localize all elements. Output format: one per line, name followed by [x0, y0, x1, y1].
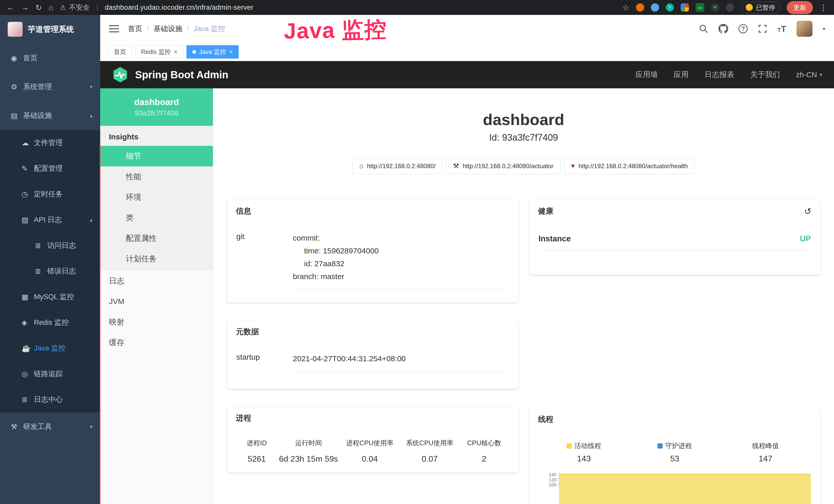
close-icon[interactable]: ×	[229, 48, 233, 55]
instance-title: dashboard	[213, 110, 834, 129]
sba-item-environment[interactable]: 环境	[100, 187, 213, 207]
info-key: git	[236, 232, 293, 289]
extension-on-icon[interactable]: on	[696, 3, 704, 12]
annotation-text: Java 监控	[284, 15, 387, 46]
threads-card-title: 线程	[538, 414, 553, 425]
browser-menu-icon[interactable]: ⋮	[820, 3, 827, 12]
sba-item-logs[interactable]: 日志	[100, 271, 213, 291]
infra-submenu: ☁ 文件管理 ✎ 配置管理 ◷ 定时任务 ▧ API 日志 ▴ ≣	[0, 130, 100, 412]
spring-boot-admin: Spring Boot Admin 应用墙 应用 日志报表 关于我们 zh-CN…	[100, 61, 834, 504]
fullscreen-icon[interactable]	[758, 24, 767, 33]
breadcrumb-infra[interactable]: 基础设施	[154, 24, 182, 33]
health-instance-row[interactable]: Instance UP	[539, 234, 811, 250]
user-avatar[interactable]	[796, 21, 812, 37]
breadcrumb-home[interactable]: 首页	[128, 24, 142, 33]
sidebar-item-file[interactable]: ☁ 文件管理	[0, 130, 100, 156]
chrome-update-button[interactable]: 更新	[787, 1, 813, 14]
sba-sidebar: dashboard 93a3fc7f7409 Insights 细节 性能 环境…	[100, 88, 213, 504]
infra-icon: ▤	[11, 111, 23, 120]
sba-item-details[interactable]: 细节	[100, 146, 213, 166]
metadata-card-title: 元数据	[236, 327, 259, 337]
doc-icon: ≣	[35, 267, 47, 275]
sidebar-item-api-log[interactable]: ▧ API 日志 ▴	[0, 207, 100, 233]
sidebar-item-system[interactable]: ⚙ 系统管理 ▾	[0, 72, 100, 101]
history-icon[interactable]: ↺	[804, 206, 812, 216]
forward-icon[interactable]: →	[21, 3, 29, 12]
metadata-card: 元数据 startup 2021-04-27T00:44:31.254+08:0…	[227, 320, 518, 389]
sidebar-item-error-log[interactable]: ≣ 错误日志	[0, 258, 100, 284]
sidebar-item-log-center[interactable]: ≣ 日志中心	[0, 387, 100, 412]
extension-crab-icon[interactable]	[636, 3, 644, 12]
extension-puzzle-icon[interactable]	[726, 3, 734, 12]
health-url-link[interactable]: ♥ http://192.168.0.2:48080/actuator/heal…	[564, 158, 695, 174]
spring-boot-admin-logo	[112, 67, 128, 83]
search-icon[interactable]	[699, 24, 708, 33]
paused-label: 已暂停	[756, 3, 775, 12]
avatar-caret-icon[interactable]: ▾	[823, 26, 825, 32]
tab-redis-monitor[interactable]: Redis 监控 ×	[135, 45, 183, 59]
sba-item-jvm[interactable]: JVM	[100, 291, 213, 312]
topbar: 首页 / 基础设施 / Java 监控 ? TT	[100, 15, 834, 43]
sidebar-menu: ◉ 首页 ⚙ 系统管理 ▾ ▤ 基础设施 ▴ ☁ 文件管理 ✎ 配置管	[0, 44, 100, 441]
sba-item-config-props[interactable]: 配置属性	[100, 228, 213, 249]
sidebar-item-devtools[interactable]: ⚒ 研发工具 ▾	[0, 412, 100, 441]
sidebar-logo[interactable]: 芋道管理系统	[0, 15, 100, 44]
paused-badge[interactable]: 已暂停	[741, 2, 780, 13]
close-icon[interactable]: ×	[174, 48, 177, 55]
nav-wallboard[interactable]: 应用墙	[635, 70, 658, 80]
extension-drop-icon[interactable]	[651, 3, 659, 12]
sidebar-item-tracing[interactable]: ◎ 链路追踪	[0, 361, 100, 387]
bookmark-star-icon[interactable]: ☆	[622, 3, 629, 12]
sidebar-item-redis[interactable]: ◈ Redis 监控	[0, 310, 100, 335]
metadata-key: startup	[236, 352, 293, 371]
font-size-icon[interactable]: TT	[777, 24, 786, 34]
tab-java-monitor[interactable]: Java 监控 ×	[186, 45, 239, 59]
sba-item-scheduled-tasks[interactable]: 计划任务	[100, 249, 213, 269]
nav-applications[interactable]: 应用	[674, 70, 688, 80]
process-id: 5261	[236, 454, 277, 464]
nav-about[interactable]: 关于我们	[750, 70, 780, 80]
sba-item-classes[interactable]: 类	[100, 207, 213, 228]
sba-content: dashboard Id: 93a3fc7f7409 ⌂ http://192.…	[213, 88, 834, 504]
home-icon[interactable]: ⌂	[48, 3, 53, 12]
github-icon[interactable]	[719, 24, 728, 33]
sidebar-item-home[interactable]: ◉ 首页	[0, 44, 100, 72]
service-url-link[interactable]: ⌂ http://192.168.0.2:48080/	[352, 158, 443, 174]
address-url[interactable]: dashboard.yudao.iocoder.cn/infra/admin-s…	[105, 4, 253, 12]
health-card: 健康 ↺ Instance UP	[529, 200, 820, 275]
app-title: 芋道管理系统	[28, 24, 74, 35]
sba-item-caches[interactable]: 缓存	[100, 332, 213, 353]
actuator-url-link[interactable]: ⚒ http://192.168.0.2:48080/actuator	[446, 158, 561, 174]
hamburger-icon[interactable]	[109, 25, 119, 32]
sidebar-item-config[interactable]: ✎ 配置管理	[0, 156, 100, 181]
extension-leaf-icon[interactable]: ⚘	[711, 3, 719, 12]
instance-id: 93a3fc7f7409	[135, 109, 178, 117]
instance-name: dashboard	[134, 97, 179, 107]
process-cpu: 0.04	[340, 454, 400, 464]
sidebar-item-mysql[interactable]: ▦ MySQL 监控	[0, 284, 100, 310]
cloud-icon: ☁	[22, 139, 34, 147]
sba-item-metrics[interactable]: 性能	[100, 166, 213, 187]
active-dot	[192, 50, 196, 54]
security-warning[interactable]: ⚠ 不安全	[60, 3, 90, 12]
sba-item-mappings[interactable]: 映射	[100, 312, 213, 332]
sidebar-item-infra[interactable]: ▤ 基础设施 ▴	[0, 101, 100, 130]
reload-icon[interactable]: ↻	[36, 3, 42, 12]
extension-grid-icon[interactable]	[681, 3, 689, 12]
process-table-headers: 进程ID 运行时间 进程CPU使用率 系统CPU使用率 CPU核心数	[236, 438, 509, 448]
sidebar-item-job[interactable]: ◷ 定时任务	[0, 181, 100, 207]
dashboard-icon: ◉	[11, 54, 23, 62]
list-icon: ≣	[22, 395, 34, 404]
sidebar-item-access-log[interactable]: ≣ 访问日志	[0, 233, 100, 258]
nav-journal[interactable]: 日志报表	[705, 70, 734, 80]
sidebar-item-java-monitor[interactable]: ☕ Java 监控	[0, 335, 100, 361]
edit-icon: ✎	[22, 164, 34, 173]
database-icon: ▦	[22, 293, 34, 301]
tab-home[interactable]: 首页	[108, 45, 132, 59]
process-table-values: 5261 6d 23h 15m 59s 0.04 0.07 2	[236, 454, 509, 464]
wrench-icon: ⚒	[453, 162, 459, 170]
nav-language-select[interactable]: zh-CN ▾	[796, 71, 822, 79]
extension-vue-icon[interactable]: V	[666, 3, 674, 12]
help-icon[interactable]: ?	[739, 24, 748, 33]
back-icon[interactable]: ←	[7, 3, 14, 12]
